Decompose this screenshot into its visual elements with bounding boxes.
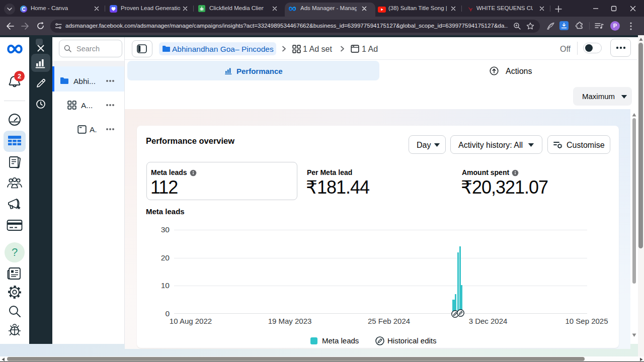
svg-text:C: C xyxy=(22,7,25,12)
